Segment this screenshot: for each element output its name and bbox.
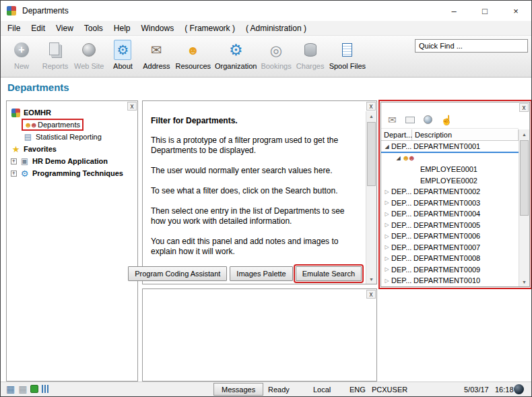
expander-closed-icon[interactable] bbox=[383, 266, 391, 272]
menu-item-tools[interactable]: Tools bbox=[79, 21, 108, 35]
toolbar-button-address[interactable]: Address bbox=[139, 38, 173, 70]
envelope-icon[interactable] bbox=[388, 115, 397, 125]
toolbar-button-label: Organization bbox=[215, 62, 257, 70]
column-header-description[interactable]: Description bbox=[412, 129, 519, 140]
status-language-text: ENG bbox=[350, 386, 366, 394]
expander-closed-icon[interactable] bbox=[383, 255, 391, 262]
toolbar-button-resources[interactable]: Resources bbox=[173, 38, 213, 70]
toolbar-button-organization[interactable]: Organization bbox=[213, 38, 259, 70]
scroll-up-icon[interactable] bbox=[519, 129, 529, 139]
scroll-down-icon[interactable] bbox=[519, 277, 529, 286]
table-row[interactable]: DEP... DEPARTMENT0009 bbox=[381, 264, 519, 276]
scrollbar-thumb[interactable] bbox=[520, 140, 529, 216]
green-status-icon[interactable] bbox=[30, 385, 38, 393]
menu-item-file[interactable]: File bbox=[2, 21, 26, 35]
departments-list-panel: x Depart... Description DEP... DEPARTMEN… bbox=[380, 102, 530, 287]
vertical-scrollbar[interactable] bbox=[366, 111, 376, 284]
filter-panel: x Filter for Departments. This is a prot… bbox=[142, 100, 377, 284]
expander-closed-icon[interactable] bbox=[383, 233, 391, 239]
navigation-tree: EOMHR ☻☻ Departments Statistical Reporti… bbox=[7, 101, 137, 179]
cell-description: DEPARTMENT0001 bbox=[413, 142, 480, 150]
expander-open-icon[interactable] bbox=[383, 144, 391, 150]
cell-code: DEP... bbox=[391, 243, 413, 251]
close-icon[interactable]: x bbox=[366, 290, 376, 299]
toolbar-button-about[interactable]: About bbox=[106, 38, 139, 70]
tree-item-statistical-reporting[interactable]: Statistical Reporting bbox=[11, 131, 136, 143]
menu-item-windows[interactable]: Windows bbox=[136, 21, 180, 35]
menu-item-edit[interactable]: Edit bbox=[26, 21, 51, 35]
globe-icon[interactable] bbox=[424, 115, 432, 124]
close-button[interactable]: × bbox=[500, 1, 531, 21]
expander-closed-icon[interactable] bbox=[383, 222, 391, 228]
close-icon[interactable]: x bbox=[519, 103, 529, 112]
menu-item-view[interactable]: View bbox=[51, 21, 79, 35]
images-palette-button[interactable]: Images Palette bbox=[230, 266, 292, 281]
scroll-up-icon[interactable] bbox=[366, 111, 376, 121]
cell-code: DEP... bbox=[391, 210, 413, 218]
tree-item-eomhr[interactable]: EOMHR bbox=[11, 106, 136, 119]
table-row[interactable]: DEP... DEPARTMENT0005 bbox=[381, 220, 519, 231]
table-row[interactable]: DEP... DEPARTMENT0004 bbox=[381, 208, 519, 220]
table-row-employee[interactable]: EMPLOYEE0002 bbox=[381, 175, 519, 187]
toolbar-button-website[interactable]: Web Site bbox=[72, 38, 106, 70]
expander-closed-icon[interactable] bbox=[383, 189, 391, 195]
table-row[interactable]: DEP... DEPARTMENT0006 bbox=[381, 231, 519, 242]
close-icon[interactable]: x bbox=[366, 102, 376, 111]
table-row[interactable]: DEP... DEPARTMENT0002 bbox=[381, 186, 519, 197]
toolbar-button-bookings[interactable]: Bookings bbox=[259, 38, 293, 70]
list-header: Depart... Description bbox=[381, 129, 519, 141]
messages-button[interactable]: Messages bbox=[213, 383, 263, 396]
employees-group-row[interactable]: ☻☻ bbox=[381, 153, 519, 164]
grid-view-icon[interactable] bbox=[18, 384, 27, 394]
table-view-icon[interactable] bbox=[6, 384, 15, 394]
expander-closed-icon[interactable] bbox=[383, 200, 391, 206]
expand-plus-icon[interactable] bbox=[11, 171, 17, 177]
cell-description: DEPARTMENT0002 bbox=[413, 187, 480, 195]
expand-plus-icon[interactable] bbox=[11, 158, 17, 164]
column-header-department[interactable]: Depart... bbox=[381, 129, 412, 140]
table-row[interactable]: DEP... DEPARTMENT0003 bbox=[381, 197, 519, 209]
tree-item-hr-demo-application[interactable]: HR Demo Application bbox=[11, 155, 136, 167]
window-title: Departments bbox=[22, 6, 69, 16]
globe-icon bbox=[82, 43, 96, 57]
table-row[interactable]: DEP... DEPARTMENT0001 bbox=[381, 142, 519, 153]
menu-bar: File Edit View Tools Help Windows ( Fram… bbox=[1, 21, 531, 36]
toolbar-button-spool-files[interactable]: Spool Files bbox=[327, 38, 368, 70]
expander-closed-icon[interactable] bbox=[383, 244, 391, 250]
cell-code: DEP... bbox=[391, 199, 413, 207]
expander-closed-icon[interactable] bbox=[383, 278, 391, 284]
toolbar-button-new[interactable]: New bbox=[5, 38, 38, 70]
toolbar-button-label: Address bbox=[143, 62, 170, 70]
toolbar-button-label: Reports bbox=[42, 62, 69, 70]
sort-bars-icon[interactable] bbox=[42, 385, 50, 393]
program-coding-assistant-button[interactable]: Program Coding Assistant bbox=[128, 266, 227, 281]
hand-icon[interactable] bbox=[441, 115, 453, 125]
tree-item-departments[interactable]: ☻☻ Departments bbox=[11, 119, 136, 131]
menu-item-framework[interactable]: ( Framework ) bbox=[179, 21, 240, 35]
toolbar-button-charges[interactable]: Charges bbox=[294, 38, 327, 70]
tree-item-favorites[interactable]: Favorites bbox=[11, 143, 136, 155]
document-icon bbox=[342, 43, 352, 57]
gear-icon bbox=[117, 43, 129, 57]
table-row[interactable]: DEP... DEPARTMENT0007 bbox=[381, 242, 519, 253]
emulate-search-button[interactable]: Emulate Search bbox=[296, 266, 362, 281]
tree-item-programming-techniques[interactable]: Programming Techniques bbox=[11, 167, 136, 179]
menu-item-help[interactable]: Help bbox=[108, 21, 136, 35]
scroll-down-icon[interactable] bbox=[366, 274, 376, 284]
employees-people-icon: ☻☻ bbox=[403, 154, 413, 162]
table-row[interactable]: DEP... DEPARTMENT0010 bbox=[381, 275, 519, 286]
quick-find-input[interactable] bbox=[415, 39, 528, 53]
scrollbar-thumb[interactable] bbox=[367, 122, 376, 186]
table-row-employee[interactable]: EMPLOYEE0001 bbox=[381, 164, 519, 175]
menu-item-administration[interactable]: ( Administration ) bbox=[240, 21, 312, 35]
minimize-button[interactable]: – bbox=[438, 1, 469, 21]
vertical-scrollbar[interactable] bbox=[519, 129, 529, 286]
rectangle-icon[interactable] bbox=[405, 117, 415, 123]
maximize-button[interactable]: □ bbox=[469, 1, 500, 21]
close-icon[interactable]: x bbox=[127, 102, 137, 111]
expander-closed-icon[interactable] bbox=[383, 211, 391, 217]
annotation-box: ☻☻ Departments bbox=[23, 120, 82, 129]
toolbar-button-reports[interactable]: Reports bbox=[38, 38, 72, 70]
table-row[interactable]: DEP... DEPARTMENT0008 bbox=[381, 253, 519, 264]
statusbar-icons bbox=[6, 384, 50, 394]
